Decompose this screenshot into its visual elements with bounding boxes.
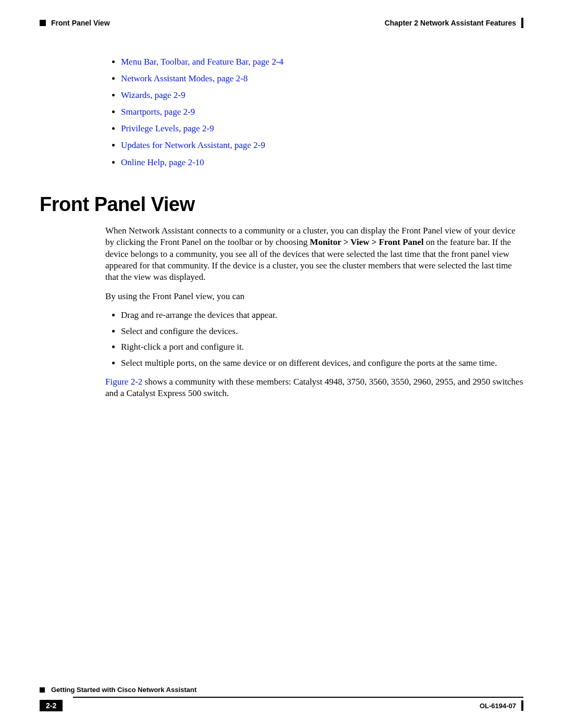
toc-link-modes[interactable]: Network Assistant Modes, page 2-8 xyxy=(121,73,248,83)
toc-list: Menu Bar, Toolbar, and Feature Bar, page… xyxy=(121,56,523,168)
feature-list: Drag and re-arrange the devices that app… xyxy=(121,310,523,369)
section-heading: Front Panel View xyxy=(40,193,523,216)
page-number-badge: 2-2 xyxy=(40,700,63,711)
list-item: Drag and re-arrange the devices that app… xyxy=(121,310,523,321)
figure-paragraph: Figure 2-2 shows a community with these … xyxy=(105,376,523,400)
footer-mark-icon xyxy=(40,687,45,693)
header-section-name: Front Panel View xyxy=(51,19,110,27)
toc-link-help[interactable]: Online Help, page 2-10 xyxy=(121,157,204,167)
para1-menu-path: Monitor > View > Front Panel xyxy=(310,237,423,247)
toc-link-privilege[interactable]: Privilege Levels, page 2-9 xyxy=(121,124,214,133)
toc-link-wizards[interactable]: Wizards, page 2-9 xyxy=(121,90,185,100)
footer-book-title: Getting Started with Cisco Network Assis… xyxy=(51,686,197,694)
doc-id: OL-6194-07 xyxy=(480,702,523,710)
lead-paragraph: By using the Front Panel view, you can xyxy=(105,291,523,302)
toc-link-menu-bar[interactable]: Menu Bar, Toolbar, and Feature Bar, page… xyxy=(121,57,284,67)
figure-ref-link[interactable]: Figure 2-2 xyxy=(105,377,142,387)
list-item: Select and configure the devices. xyxy=(121,326,523,337)
toc-link-updates[interactable]: Updates for Network Assistant, page 2-9 xyxy=(121,140,265,150)
list-item: Right-click a port and configure it. xyxy=(121,341,523,353)
toc-link-smartports[interactable]: Smartports, page 2-9 xyxy=(121,107,195,117)
figure-paragraph-rest: shows a community with these members: Ca… xyxy=(105,377,523,398)
header-mark-icon xyxy=(40,20,46,26)
intro-paragraph: When Network Assistant connects to a com… xyxy=(105,225,523,283)
header-chapter-title: Chapter 2 Network Assistant Features xyxy=(385,19,523,27)
list-item: Select multiple ports, on the same devic… xyxy=(121,357,523,369)
